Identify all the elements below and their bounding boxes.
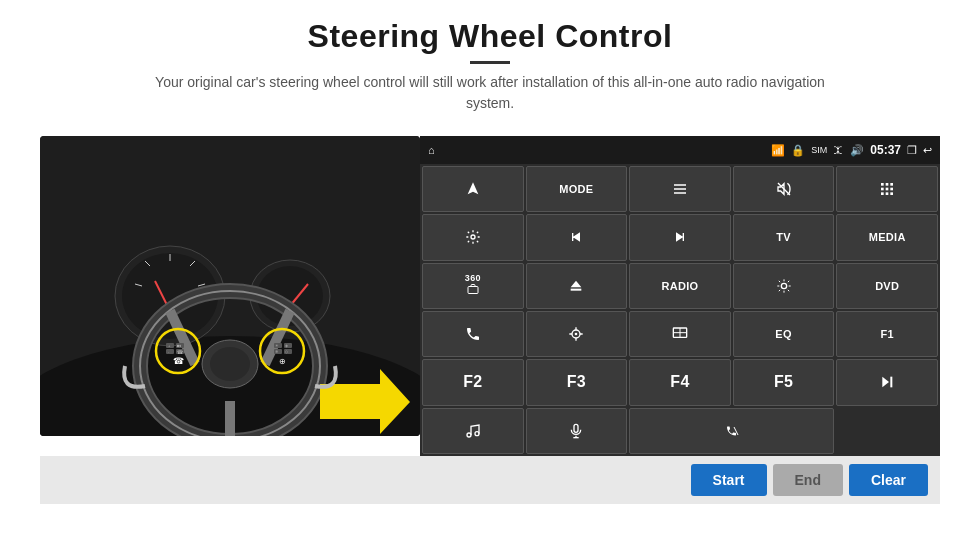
svg-text:⏮: ⏮ [177,343,181,348]
page-subtitle: Your original car's steering wheel contr… [140,72,840,114]
btn-radio[interactable]: RADIO [629,263,731,309]
end-button[interactable]: End [773,464,843,496]
control-panel: ⌂ 📶 🔒 SIM ⯰ 🔊 05:37 ❐ [420,136,940,456]
page-title: Steering Wheel Control [140,18,840,55]
svg-point-67 [475,431,479,435]
svg-rect-52 [886,192,889,195]
svg-point-66 [467,433,471,437]
btn-gps[interactable] [526,311,628,357]
lock-icon: 🔒 [791,144,805,157]
btn-playpause[interactable] [836,359,938,405]
button-grid: MODE [420,164,940,456]
btn-f5[interactable]: F5 [733,359,835,405]
btn-settings[interactable] [422,214,524,260]
title-divider [470,61,510,64]
svg-rect-57 [571,288,582,290]
svg-rect-49 [886,188,889,191]
back-icon: ↩ [923,144,932,157]
svg-rect-46 [886,183,889,186]
sim-icon: SIM [811,145,827,155]
svg-text:❄: ❄ [275,349,278,354]
svg-rect-65 [891,377,893,388]
car-image: + - ⏮ ☎ ☎ ☀ ❄ ◈ ◇ ⊕ [40,136,420,436]
btn-dvd[interactable]: DVD [836,263,938,309]
car-image-container: + - ⏮ ☎ ☎ ☀ ❄ ◈ ◇ ⊕ [40,136,420,456]
svg-rect-45 [881,183,884,186]
svg-rect-50 [891,188,894,191]
btn-mute[interactable] [733,166,835,212]
btn-f2[interactable]: F2 [422,359,524,405]
window-icon: ❐ [907,144,917,157]
svg-point-54 [471,235,475,239]
svg-rect-55 [468,287,478,294]
svg-text:☀: ☀ [275,343,279,348]
svg-text:☎: ☎ [177,349,183,355]
svg-point-60 [575,333,578,336]
svg-rect-47 [891,183,894,186]
btn-360cam[interactable]: 360 [422,263,524,309]
svg-rect-68 [574,424,578,432]
btn-media[interactable]: MEDIA [836,214,938,260]
svg-point-58 [781,283,786,288]
btn-f3[interactable]: F3 [526,359,628,405]
svg-rect-53 [891,192,894,195]
speaker-icon: 🔊 [850,144,864,157]
btn-mic[interactable] [526,408,628,454]
svg-rect-48 [881,188,884,191]
status-bar: ⌂ 📶 🔒 SIM ⯰ 🔊 05:37 ❐ [420,136,940,164]
btn-call-end[interactable] [629,408,834,454]
btn-f1[interactable]: F1 [836,311,938,357]
btn-navigate[interactable] [422,166,524,212]
svg-rect-51 [881,192,884,195]
btn-apps[interactable] [836,166,938,212]
bottom-action-bar: Start End Clear [40,456,940,504]
status-bar-right: 📶 🔒 SIM ⯰ 🔊 05:37 ❐ ↩ [771,143,932,157]
start-button[interactable]: Start [691,464,767,496]
btn-window2[interactable] [629,311,731,357]
btn-prev[interactable] [526,214,628,260]
btn-mode[interactable]: MODE [526,166,628,212]
svg-point-22 [210,347,250,381]
wifi-icon: 📶 [771,144,785,157]
btn-tv[interactable]: TV [733,214,835,260]
svg-marker-56 [571,280,582,287]
btn-eq[interactable]: EQ [733,311,835,357]
btn-list[interactable] [629,166,731,212]
svg-marker-64 [883,377,890,388]
btn-brightness[interactable] [733,263,835,309]
home-icon: ⌂ [428,144,435,156]
btn-next[interactable] [629,214,731,260]
btn-eject[interactable] [526,263,628,309]
steering-wheel-svg: + - ⏮ ☎ ☎ ☀ ❄ ◈ ◇ ⊕ [40,136,420,436]
svg-text:☎: ☎ [173,356,184,366]
btn-music[interactable] [422,408,524,454]
clear-button[interactable]: Clear [849,464,928,496]
svg-text:⊕: ⊕ [279,357,286,366]
btn-f4[interactable]: F4 [629,359,731,405]
bluetooth-icon: ⯰ [833,144,844,156]
status-time: 05:37 [870,143,901,157]
btn-phone[interactable] [422,311,524,357]
status-bar-left: ⌂ [428,144,435,156]
